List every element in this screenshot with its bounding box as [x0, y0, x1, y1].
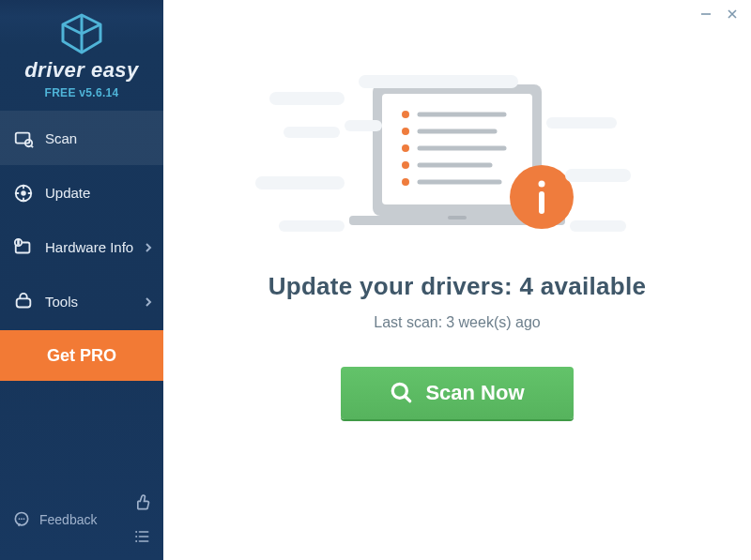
svg-rect-16 — [448, 216, 467, 219]
brand-name: driver easy — [0, 58, 163, 83]
sidebar-item-tools[interactable]: Tools — [0, 274, 163, 328]
last-scan-prefix: Last scan: — [374, 314, 442, 331]
svg-rect-32 — [539, 191, 544, 214]
svg-point-10 — [21, 518, 23, 520]
svg-point-3 — [21, 190, 26, 196]
svg-point-13 — [135, 536, 137, 537]
hero-section: Update your drivers: 4 available Last sc… — [163, 28, 751, 419]
chevron-right-icon — [146, 297, 152, 307]
svg-point-24 — [402, 111, 409, 118]
headline-suffix: available — [533, 272, 646, 300]
svg-rect-7 — [17, 298, 31, 307]
tools-icon — [13, 292, 34, 312]
sidebar-item-label: Update — [45, 185, 90, 201]
sidebar-footer: Feedback — [0, 483, 163, 560]
sidebar-item-scan[interactable]: Scan — [0, 111, 163, 165]
sidebar-item-label: Hardware Info — [45, 239, 133, 255]
headline-prefix: Update your drivers: — [268, 272, 520, 300]
svg-point-28 — [402, 178, 409, 186]
list-icon[interactable] — [131, 526, 152, 547]
svg-point-11 — [23, 518, 25, 520]
svg-rect-0 — [16, 132, 30, 143]
main-panel: Update your drivers: 4 available Last sc… — [163, 0, 751, 560]
sidebar-item-label: Scan — [45, 130, 77, 146]
feedback-button[interactable]: Feedback — [11, 509, 97, 530]
magnifier-icon — [390, 381, 414, 405]
close-button[interactable] — [719, 4, 745, 24]
svg-point-14 — [135, 540, 137, 542]
svg-point-25 — [402, 128, 409, 135]
headline: Update your drivers: 4 available — [268, 272, 647, 301]
get-pro-label: Get PRO — [47, 346, 116, 366]
last-scan-value: 3 week(s) ago — [446, 314, 541, 331]
brand-version: FREE v5.6.14 — [0, 86, 163, 99]
window-controls — [163, 0, 751, 28]
thumbs-up-icon[interactable] — [131, 492, 152, 513]
sidebar-footer-icons — [131, 492, 152, 547]
headline-count: 4 — [519, 272, 533, 300]
brand-logo-icon — [0, 13, 163, 54]
chat-icon — [11, 509, 32, 530]
brand-block: driver easy FREE v5.6.14 — [0, 0, 163, 109]
sidebar-nav: Scan Update i — [0, 111, 163, 381]
svg-point-26 — [402, 144, 409, 152]
scan-now-label: Scan Now — [425, 381, 524, 405]
chevron-right-icon — [146, 243, 152, 252]
scan-now-button[interactable]: Scan Now — [341, 367, 574, 419]
svg-point-9 — [19, 518, 21, 520]
last-scan-line: Last scan: 3 week(s) ago — [374, 314, 540, 331]
svg-point-31 — [539, 181, 545, 188]
get-pro-button[interactable]: Get PRO — [0, 330, 163, 381]
scan-icon — [13, 129, 34, 149]
sidebar: driver easy FREE v5.6.14 Scan — [0, 0, 163, 560]
laptop-icon — [307, 75, 607, 244]
minimize-button[interactable] — [693, 4, 719, 24]
sidebar-item-update[interactable]: Update — [0, 165, 163, 219]
sidebar-item-label: Tools — [45, 294, 78, 310]
svg-point-27 — [402, 161, 409, 169]
hardware-icon: i — [13, 237, 34, 258]
svg-point-12 — [135, 531, 137, 533]
feedback-label: Feedback — [39, 512, 97, 527]
sidebar-item-hardware[interactable]: i Hardware Info — [0, 219, 163, 274]
laptop-illustration — [307, 75, 607, 244]
app-window: driver easy FREE v5.6.14 Scan — [0, 0, 751, 560]
update-icon — [13, 183, 34, 204]
